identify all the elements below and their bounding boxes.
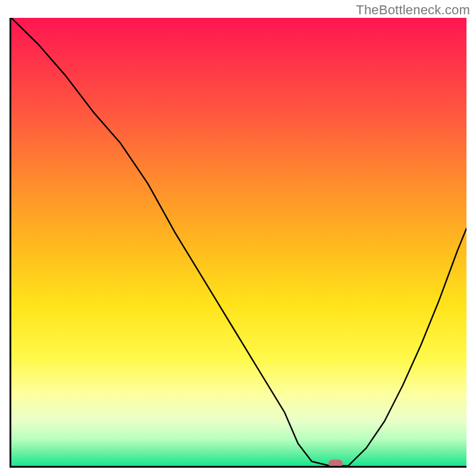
plot-area	[10, 18, 466, 468]
watermark-label: TheBottleneck.com	[356, 2, 470, 18]
chart-frame: TheBottleneck.com	[0, 0, 476, 476]
bottleneck-curve	[11, 18, 466, 466]
optimal-point-marker	[328, 460, 343, 468]
